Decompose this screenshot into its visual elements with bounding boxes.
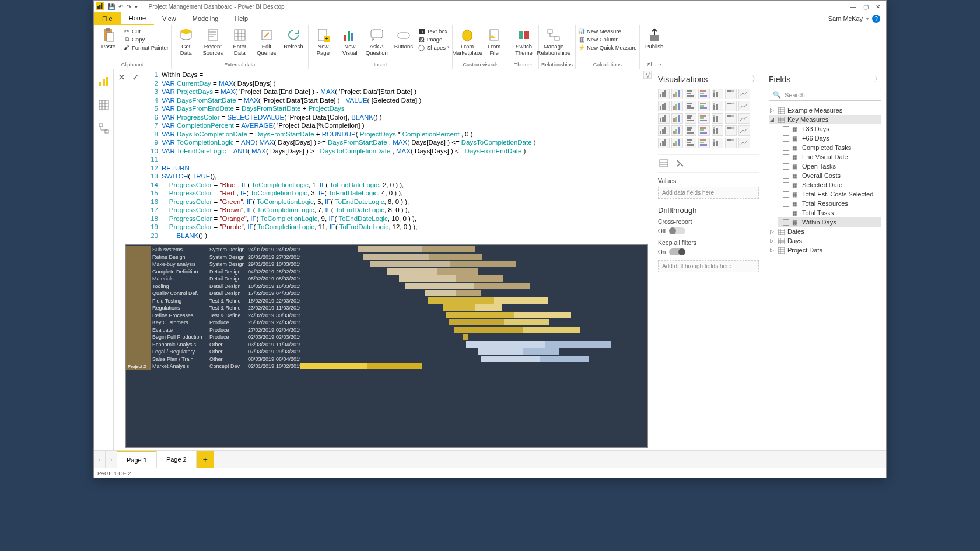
field-open-tasks[interactable]: ▦Open Tasks — [778, 162, 881, 171]
gantt-bar[interactable] — [463, 334, 468, 340]
minimize-button[interactable]: — — [850, 3, 856, 10]
values-well[interactable]: Add data fields here — [658, 187, 759, 199]
field-total-tasks[interactable]: ▦Total Tasks — [778, 208, 881, 217]
viz-type-21[interactable] — [658, 125, 670, 136]
viz-type-7[interactable] — [658, 101, 670, 111]
new-measure-button[interactable]: 📊New Measure — [578, 27, 637, 34]
gantt-bar[interactable] — [387, 268, 478, 275]
gantt-bar[interactable] — [405, 283, 530, 289]
page-tab-2[interactable]: Page 2 — [157, 451, 197, 468]
table-dates[interactable]: ▷Dates — [769, 227, 881, 236]
viz-type-3[interactable] — [698, 89, 710, 99]
new-visual-button[interactable]: New Visual — [338, 27, 362, 56]
viz-type-27[interactable] — [738, 125, 750, 136]
field--33-days[interactable]: ▦+33 Days — [778, 124, 881, 134]
table-key-measures[interactable]: ◢Key Measures — [769, 115, 881, 124]
viz-collapse-icon[interactable]: 〉 — [752, 74, 759, 84]
viz-type-5[interactable] — [725, 89, 737, 99]
table-project-data[interactable]: ▷Project Data — [769, 245, 881, 255]
buttons-button[interactable]: Buttons — [391, 27, 416, 50]
qat-dropdown-icon[interactable]: ▾ — [135, 3, 138, 10]
from-marketplace-button[interactable]: From Marketplace — [455, 27, 480, 56]
field-completed-tasks[interactable]: ▦Completed Tasks — [778, 143, 881, 152]
gantt-bar[interactable] — [449, 319, 550, 325]
viz-type-15[interactable] — [671, 113, 683, 124]
tab-modeling[interactable]: Modeling — [184, 12, 227, 25]
gantt-bar[interactable] — [425, 290, 481, 296]
manage-relationships-button[interactable]: Manage Relationships — [541, 27, 566, 56]
save-icon[interactable]: 💾 — [108, 3, 115, 10]
maximize-button[interactable]: ▢ — [863, 3, 869, 10]
publish-button[interactable]: Publish — [642, 27, 667, 50]
cross-report-toggle[interactable] — [669, 227, 685, 234]
gantt-bar[interactable] — [443, 304, 502, 311]
viz-type-33[interactable] — [725, 138, 737, 148]
viz-type-31[interactable] — [698, 138, 710, 148]
viz-type-32[interactable] — [712, 138, 723, 148]
formula-cancel-button[interactable]: ✕ — [116, 72, 127, 82]
field-end-visual-date[interactable]: ▦End Visual Date — [778, 152, 881, 162]
report-visual-gantt[interactable]: Sub-systemsSystem Design24/01/201924/02/… — [125, 244, 648, 448]
ask-question-button[interactable]: Ask A Question — [365, 27, 389, 56]
tab-view[interactable]: View — [154, 12, 184, 25]
formula-commit-button[interactable]: ✓ — [130, 72, 141, 82]
copy-button[interactable]: ⧉Copy — [123, 36, 169, 43]
gantt-bar[interactable] — [481, 356, 589, 362]
undo-icon[interactable]: ↶ — [118, 3, 123, 10]
switch-theme-button[interactable]: Switch Theme — [512, 27, 536, 56]
viz-type-22[interactable] — [671, 125, 683, 136]
new-quick-measure-button[interactable]: ⚡New Quick Measure — [578, 44, 637, 51]
page-tab-1[interactable]: Page 1 — [117, 451, 157, 468]
new-page-button[interactable]: +New Page — [311, 27, 335, 56]
format-tool-icon[interactable] — [674, 158, 686, 169]
cut-button[interactable]: ✂Cut — [123, 27, 169, 34]
viz-type-18[interactable] — [712, 113, 723, 124]
gantt-bar[interactable] — [370, 261, 516, 267]
viz-type-4[interactable] — [712, 89, 723, 99]
from-file-button[interactable]: From File — [482, 27, 506, 56]
viz-type-0[interactable] — [658, 89, 670, 99]
dax-editor[interactable]: ⋁ 1Within Days =2VAR CurrentDay = MAX( D… — [149, 69, 653, 241]
close-button[interactable]: ✕ — [876, 3, 880, 10]
redo-icon[interactable]: ↷ — [127, 3, 131, 10]
textbox-button[interactable]: 🅰Text box — [418, 27, 450, 34]
field-within-days[interactable]: ▦Within Days — [778, 217, 881, 227]
field-overall-costs[interactable]: ▦Overall Costs — [778, 171, 881, 180]
enter-data-button[interactable]: Enter Data — [228, 27, 252, 56]
shapes-button[interactable]: ◯Shapes▾ — [418, 44, 450, 51]
viz-type-26[interactable] — [725, 125, 737, 136]
help-icon[interactable]: ? — [872, 15, 880, 23]
viz-type-25[interactable] — [712, 125, 723, 136]
gantt-bar[interactable] — [446, 312, 571, 318]
viz-type-28[interactable] — [658, 138, 670, 148]
formula-expand-icon[interactable]: ⋁ — [643, 71, 652, 79]
gantt-bar[interactable] — [478, 348, 559, 355]
image-button[interactable]: 🖼Image — [418, 36, 450, 43]
viz-type-20[interactable] — [738, 113, 750, 124]
paste-button[interactable]: Paste — [96, 27, 121, 50]
viz-type-23[interactable] — [685, 125, 696, 136]
drillthrough-well[interactable]: Add drillthrough fields here — [658, 260, 759, 272]
gantt-bar[interactable] — [428, 297, 548, 304]
gantt-bar[interactable] — [454, 327, 580, 333]
field-total-resources[interactable]: ▦Total Resources — [778, 199, 881, 208]
tab-file[interactable]: File — [94, 12, 121, 25]
user-account[interactable]: Sam McKay ▾ ? — [822, 12, 886, 25]
viz-type-9[interactable] — [685, 101, 696, 111]
tab-scroll-left[interactable]: ‹ — [94, 451, 106, 468]
table-example-measures[interactable]: ▷Example Measures — [769, 106, 881, 115]
viz-type-2[interactable] — [685, 89, 696, 99]
model-view-button[interactable] — [97, 122, 110, 135]
viz-type-6[interactable] — [738, 89, 750, 99]
field--66-days[interactable]: ▦+66 Days — [778, 134, 881, 143]
fields-tool-icon[interactable] — [658, 158, 670, 169]
viz-type-14[interactable] — [658, 113, 670, 124]
viz-type-19[interactable] — [725, 113, 737, 124]
viz-type-8[interactable] — [671, 101, 683, 111]
format-painter-button[interactable]: 🖌Format Painter — [123, 44, 169, 51]
field-total-est-costs-selected[interactable]: ▦Total Est. Costs Selected — [778, 189, 881, 199]
tab-help[interactable]: Help — [226, 12, 256, 25]
new-column-button[interactable]: ▥New Column — [578, 36, 637, 43]
gantt-bar[interactable] — [466, 341, 611, 348]
data-view-button[interactable] — [97, 99, 110, 111]
